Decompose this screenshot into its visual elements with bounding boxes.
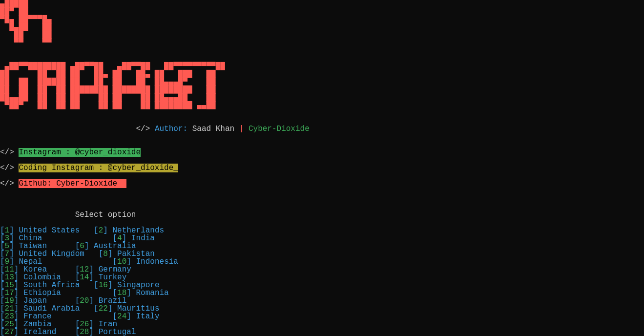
options-menu: [1] United States [2] Netherlands[3] Chi…	[0, 227, 644, 336]
option-row: [7] United Kingdom [8] Pakistan	[0, 250, 644, 258]
option-item[interactable]: Romania	[136, 289, 169, 297]
option-item[interactable]: Portugal	[99, 328, 136, 336]
pipe: |	[239, 125, 244, 133]
author-label: Author:	[155, 125, 187, 133]
author-line: </> Author: Saad Khan | Cyber-Dioxide	[0, 117, 644, 133]
author-name: Saad Khan	[192, 125, 234, 133]
select-header: Select option	[0, 203, 644, 219]
option-row: [17] Ethiopia [18] Romania	[0, 289, 644, 297]
ascii-banner: ▄█████ ██▀ ██ ▀█▄ ██▀▀▀█▄ █▄██ ██ ██ ██ …	[0, 0, 644, 117]
tag-github: Github: Cyber-Dioxide	[19, 179, 117, 188]
option-row: [23] France [24] Italy	[0, 313, 644, 320]
option-row: [9] Nepal [10] Indonesia	[0, 258, 644, 266]
option-row: [27] Ireland [28] Portugal	[0, 328, 644, 336]
option-row: [3] China [4] India	[0, 234, 644, 242]
option-row: [1] United States [2] Netherlands	[0, 227, 644, 234]
blank-line	[0, 195, 644, 203]
option-row: [5] Taiwan [6] Australia	[0, 242, 644, 250]
option-row: [25] Zambia [26] Iran	[0, 320, 644, 328]
blank-line	[0, 219, 644, 227]
tag-instagram: Instagram : @cyber_dioxide	[19, 148, 141, 157]
option-row: [13] Colombia [14] Turkey	[0, 273, 644, 281]
tag-marker: </>	[136, 125, 150, 133]
option-item[interactable]: Italy	[136, 312, 160, 321]
blank-line	[0, 188, 644, 195]
option-item[interactable]: Ireland	[23, 328, 56, 336]
option-row: [19] Japan [20] Brazil	[0, 297, 644, 305]
option-row: [21] Saudi Arabia [22] Mauritius	[0, 305, 644, 313]
tag-coding-instagram: Coding Instagram : @cyber_dioxide_	[19, 164, 178, 172]
blank-line	[0, 133, 644, 141]
option-item[interactable]: Indonesia	[136, 257, 178, 266]
author-alias: Cyber-Dioxide	[249, 125, 310, 133]
social-instagram-line: </> Instagram : @cyber_dioxide	[0, 141, 644, 156]
social-github-line: </> Github: Cyber-Dioxide	[0, 172, 644, 188]
option-row: [11] Korea [12] Germany	[0, 266, 644, 273]
social-coding-instagram-line: </> Coding Instagram : @cyber_dioxide_	[0, 156, 644, 172]
option-row: [15] South Africa [16] Singapore	[0, 281, 644, 289]
